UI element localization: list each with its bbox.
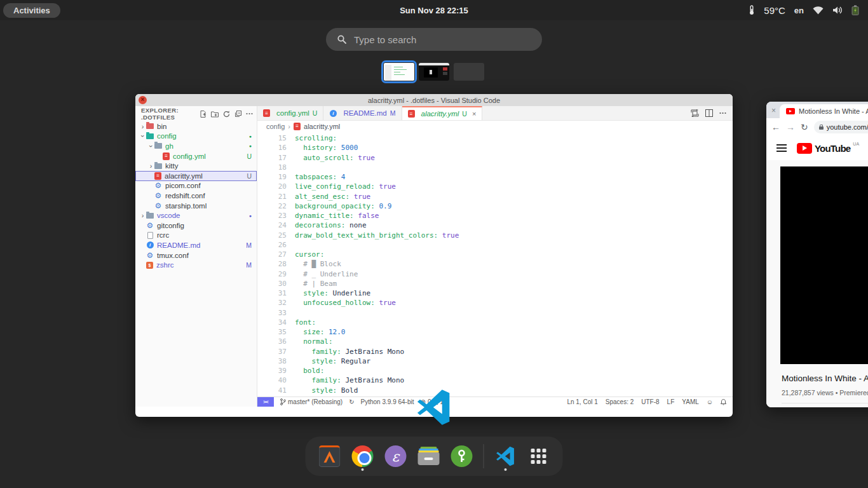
- tree-item-redshift.conf[interactable]: ⚙redshift.conf: [135, 191, 257, 201]
- menu-icon[interactable]: [776, 144, 787, 152]
- wifi-icon: [813, 6, 824, 15]
- shell-icon: $: [146, 262, 153, 269]
- clock[interactable]: Sun Nov 28 22:15: [400, 6, 468, 15]
- line-number: 35: [257, 327, 287, 337]
- new-folder-icon[interactable]: [211, 111, 219, 118]
- code-line-16: 16 history: 5000: [257, 143, 733, 152]
- workspace-thumbnail-1[interactable]: [384, 63, 414, 81]
- tree-item-config[interactable]: ›config●: [135, 132, 257, 142]
- new-file-icon[interactable]: [200, 111, 207, 118]
- video-player[interactable]: [780, 166, 868, 364]
- search-bar[interactable]: Type to search: [326, 28, 542, 51]
- code-line-40: 40 family: JetBrains Mono: [257, 376, 733, 385]
- tree-item-tmux.conf[interactable]: ⚙tmux.conf: [135, 250, 257, 261]
- workspace-thumbnail-3[interactable]: [454, 63, 484, 81]
- keyboard-layout[interactable]: en: [794, 6, 804, 15]
- chrome-active-tab[interactable]: Motionless In White - A: [780, 104, 868, 118]
- tree-item-gh[interactable]: ›gh●: [135, 141, 257, 151]
- tree-item-alacritty.yml[interactable]: ≡alacritty.ymlU: [135, 171, 257, 181]
- line-number: 21: [257, 192, 287, 201]
- tree-item-bin[interactable]: ›bin: [135, 121, 257, 132]
- line-number: 25: [257, 231, 287, 240]
- git-branch-status[interactable]: master* (Rebasing): [280, 398, 342, 405]
- code-area[interactable]: 15scrolling:16 history: 500017 auto_scro…: [257, 132, 733, 396]
- open-changes-icon[interactable]: [691, 109, 699, 117]
- file-label: README.md: [157, 241, 246, 249]
- file-label: kitty: [165, 162, 257, 170]
- eol-sequence[interactable]: LF: [667, 398, 675, 405]
- sync-status[interactable]: ↻: [349, 398, 354, 405]
- file-label: alacritty.yml: [165, 172, 247, 180]
- breadcrumb-separator-icon: ›: [288, 123, 290, 130]
- activities-button[interactable]: Activities: [3, 3, 60, 18]
- code-line-38: 38 style: Regular: [257, 356, 733, 366]
- status-bar-right: Ln 1, Col 1 Spaces: 2 UTF-8 LF YAML ☺: [567, 398, 733, 405]
- breadcrumb-file[interactable]: alacritty.yml: [304, 123, 340, 130]
- cursor-position[interactable]: Ln 1, Col 1: [567, 398, 597, 405]
- back-icon[interactable]: ←: [771, 122, 780, 132]
- thermometer-icon: [749, 5, 755, 15]
- refresh-icon[interactable]: [223, 111, 230, 118]
- dock-vscode-button[interactable]: [494, 443, 517, 470]
- forward-icon[interactable]: →: [786, 122, 795, 132]
- youtube-logo[interactable]: YouTube UA: [797, 143, 859, 154]
- code-line-19: 19tabspaces: 4: [257, 172, 733, 182]
- tree-item-vscode[interactable]: ›vscode●: [135, 210, 257, 220]
- tree-item-kitty[interactable]: ›kitty: [135, 161, 257, 171]
- breadcrumb-folder[interactable]: config: [266, 123, 285, 130]
- line-number: 31: [257, 288, 287, 298]
- vscode-titlebar[interactable]: × alacritty.yml - .dotfiles - Visual Stu…: [135, 94, 733, 106]
- gnome-overview: { "topbar": { "activities": "Activities"…: [0, 0, 868, 488]
- code-line-39: 39 bold:: [257, 366, 733, 376]
- tree-item-picom.conf[interactable]: ⚙picom.conf: [135, 181, 257, 191]
- notifications-bell-icon[interactable]: [721, 399, 726, 405]
- tree-item-config.yml[interactable]: ≡config.ymlU: [135, 151, 257, 161]
- tree-item-README.md[interactable]: iREADME.mdM: [135, 240, 257, 250]
- address-bar[interactable]: youtube.com/wa: [814, 121, 868, 133]
- remote-indicator[interactable]: ><: [257, 397, 274, 407]
- chrome-tab-strip: × Motionless In White - A: [766, 102, 868, 118]
- system-tray[interactable]: 59°C en: [749, 5, 859, 16]
- indentation[interactable]: Spaces: 2: [606, 398, 634, 405]
- editor-more-icon[interactable]: [719, 112, 726, 114]
- tab-README.md[interactable]: iREADME.mdM: [323, 106, 402, 120]
- explorer-sidebar: EXPLORER: .DOTFILES ›bin›config●›gh●≡con…: [135, 106, 257, 407]
- dock-alacritty-button[interactable]: [318, 443, 341, 470]
- language-mode[interactable]: YAML: [682, 398, 699, 405]
- vscode-window[interactable]: × alacritty.yml - .dotfiles - Visual Stu…: [135, 94, 733, 417]
- url-text: youtube.com/wa: [827, 123, 868, 131]
- window-close-button[interactable]: ×: [139, 96, 147, 104]
- chrome-window[interactable]: × Motionless In White - A ← → ↻ youtube.…: [766, 102, 868, 407]
- code-line-15: 15scrolling:: [257, 133, 733, 143]
- tab-close-icon[interactable]: ×: [771, 106, 776, 115]
- feedback-icon[interactable]: ☺: [707, 398, 713, 405]
- dock-emacs-button[interactable]: ε: [384, 443, 407, 470]
- yaml-file-icon: ≡: [263, 109, 270, 117]
- dock-app-grid-button[interactable]: [527, 443, 550, 470]
- tree-item-starship.toml[interactable]: ⚙starship.toml: [135, 201, 257, 211]
- tab-label: alacritty.yml: [421, 110, 459, 118]
- workspace-thumbnail-2[interactable]: [419, 63, 449, 81]
- breadcrumb[interactable]: config › ≡ alacritty.yml: [257, 121, 733, 132]
- chrome-icon: [352, 445, 374, 467]
- split-editor-icon[interactable]: [705, 109, 713, 117]
- code-line-22: 22background_opacity: 0.9: [257, 201, 733, 211]
- git-dot-badge: ●: [249, 144, 252, 148]
- python-interpreter[interactable]: Python 3.9.9 64-bit: [361, 398, 414, 405]
- reload-icon[interactable]: ↻: [801, 122, 808, 132]
- line-number: 22: [257, 201, 287, 211]
- tree-item-gitconfig[interactable]: ⚙gitconfig: [135, 220, 257, 231]
- volume-icon: [832, 6, 843, 15]
- dock-files-button[interactable]: [417, 443, 440, 470]
- tree-item-rcrc[interactable]: rcrc: [135, 231, 257, 241]
- dock-chrome-button[interactable]: [351, 443, 374, 470]
- tab-alacritty.yml[interactable]: ≡alacritty.ymlU×: [402, 106, 483, 120]
- tab-config.yml[interactable]: ≡config.ymlU: [257, 106, 323, 120]
- more-actions-icon[interactable]: [246, 112, 253, 115]
- tab-close-icon[interactable]: ×: [472, 110, 476, 118]
- encoding[interactable]: UTF-8: [641, 398, 659, 405]
- dock-keepass-button[interactable]: [451, 443, 473, 470]
- code-line-33: 33: [257, 308, 733, 318]
- collapse-folders-icon[interactable]: [234, 111, 241, 118]
- tree-item-zshrc[interactable]: $zshrcM: [135, 260, 257, 270]
